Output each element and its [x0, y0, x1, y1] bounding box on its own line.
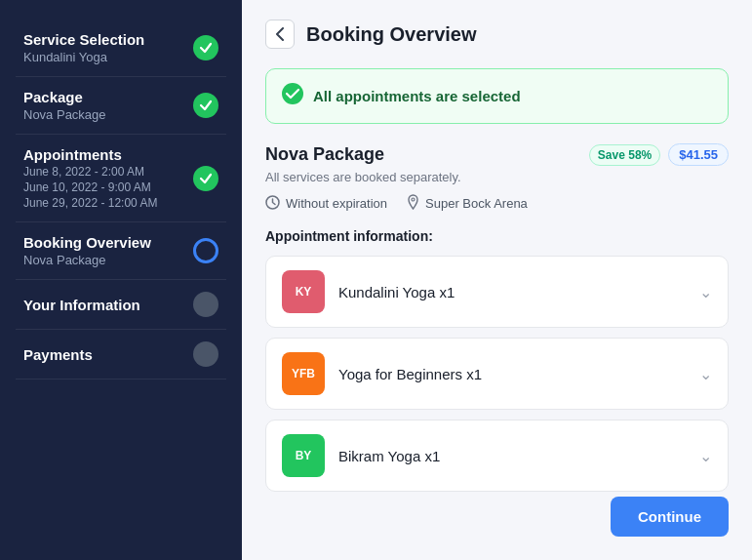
service-name-ky: Kundalini Yoga x1	[338, 284, 686, 300]
sidebar-item-package[interactable]: Package Nova Package	[16, 77, 226, 135]
expiration-meta: Without expiration	[265, 195, 387, 213]
apt-info-label: Appointment information:	[265, 228, 729, 244]
inactive-icon	[193, 341, 218, 367]
location-text: Super Bock Arena	[425, 196, 528, 211]
package-meta: Without expiration Super Bock Arena	[265, 194, 729, 213]
sidebar-item-service-selection[interactable]: Service Selection Kundalini Yoga	[16, 20, 226, 77]
chevron-down-icon: ⌄	[699, 283, 712, 301]
inactive-icon	[193, 292, 218, 317]
sidebar-item-title: Appointments	[23, 146, 157, 163]
complete-icon	[193, 93, 218, 118]
service-avatar-yfb: YFB	[282, 352, 325, 395]
svg-point-2	[412, 198, 415, 201]
all-selected-banner: All appointments are selected	[265, 68, 729, 124]
svg-point-0	[282, 83, 303, 104]
service-card-ky[interactable]: KY Kundalini Yoga x1 ⌄	[265, 256, 729, 328]
service-name-by: Bikram Yoga x1	[338, 448, 686, 464]
sidebar-item-sub: Nova Package	[23, 107, 106, 122]
appointments-dates: June 8, 2022 - 2:00 AM June 10, 2022 - 9…	[23, 165, 157, 210]
sidebar-item-title: Payments	[23, 346, 93, 363]
chevron-down-icon: ⌄	[699, 447, 712, 465]
service-name-yfb: Yoga for Beginners x1	[338, 366, 686, 382]
location-icon	[407, 194, 419, 213]
location-meta: Super Bock Arena	[407, 194, 528, 213]
sidebar-item-title: Booking Overview	[23, 234, 151, 251]
sidebar-item-title: Your Information	[23, 297, 140, 313]
all-selected-text: All appointments are selected	[313, 88, 521, 104]
chevron-down-icon: ⌄	[699, 365, 712, 383]
service-card-yfb[interactable]: YFB Yoga for Beginners x1 ⌄	[265, 338, 729, 410]
sidebar-item-sub: Nova Package	[23, 253, 151, 267]
sidebar-item-booking-overview[interactable]: Booking Overview Nova Package	[16, 222, 226, 280]
sidebar-item-sub: Kundalini Yoga	[23, 50, 144, 64]
package-description: All services are booked separately.	[265, 170, 729, 184]
sidebar-item-payments[interactable]: Payments	[16, 330, 226, 380]
complete-icon	[193, 166, 218, 191]
expiration-text: Without expiration	[286, 196, 387, 211]
service-avatar-by: BY	[282, 434, 325, 477]
page-header: Booking Overview	[265, 20, 729, 49]
sidebar-item-appointments[interactable]: Appointments June 8, 2022 - 2:00 AM June…	[16, 135, 226, 222]
current-icon	[193, 238, 218, 263]
clock-icon	[265, 195, 280, 213]
continue-button[interactable]: Continue	[611, 497, 729, 537]
package-name: Nova Package	[265, 144, 384, 165]
save-badge: Save 58%	[589, 144, 660, 166]
package-badges: Save 58% $41.55	[589, 143, 729, 166]
main-content: Booking Overview All appointments are se…	[242, 0, 752, 560]
package-header: Nova Package Save 58% $41.55	[265, 143, 729, 166]
sidebar-item-title: Service Selection	[23, 31, 144, 48]
back-button[interactable]	[265, 20, 295, 49]
page-title: Booking Overview	[306, 23, 477, 46]
service-avatar-ky: KY	[282, 270, 325, 313]
complete-icon	[193, 35, 218, 60]
service-card-by[interactable]: BY Bikram Yoga x1 ⌄	[265, 420, 729, 492]
sidebar-item-title: Package	[23, 89, 106, 105]
check-circle-icon	[282, 83, 303, 109]
price-badge: $41.55	[668, 143, 729, 166]
sidebar: Service Selection Kundalini Yoga Package…	[0, 0, 242, 560]
sidebar-item-your-information[interactable]: Your Information	[16, 280, 226, 330]
